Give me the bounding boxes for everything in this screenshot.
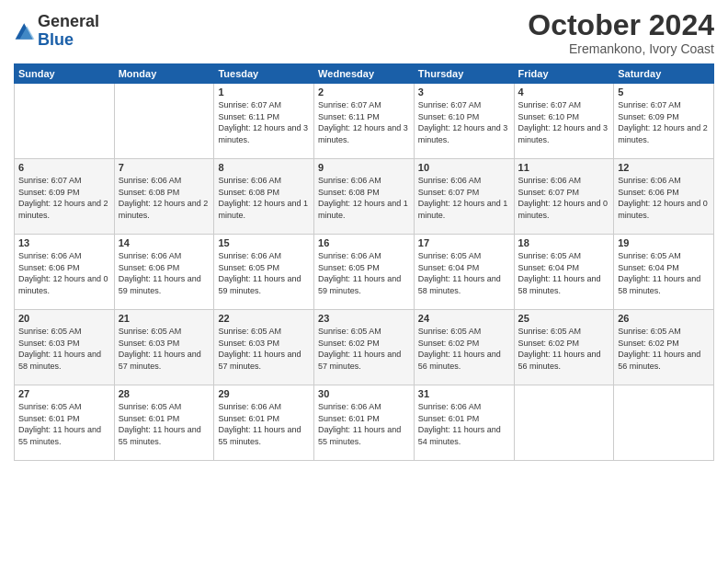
logo-general: General [38, 12, 99, 30]
day-cell: 5Sunrise: 6:07 AM Sunset: 6:09 PM Daylig… [614, 84, 714, 159]
day-cell: 23Sunrise: 6:05 AM Sunset: 6:02 PM Dayli… [314, 310, 415, 385]
week-row-3: 13Sunrise: 6:06 AM Sunset: 6:06 PM Dayli… [15, 235, 714, 310]
day-info: Sunrise: 6:05 AM Sunset: 6:01 PM Dayligh… [119, 401, 210, 447]
day-cell: 12Sunrise: 6:06 AM Sunset: 6:06 PM Dayli… [614, 159, 714, 235]
day-cell: 30Sunrise: 6:06 AM Sunset: 6:01 PM Dayli… [314, 385, 415, 461]
day-number: 4 [518, 86, 610, 98]
header-cell-friday: Friday [514, 64, 614, 84]
day-info: Sunrise: 6:06 AM Sunset: 6:08 PM Dayligh… [218, 175, 310, 221]
day-number: 14 [119, 237, 210, 248]
week-row-5: 27Sunrise: 6:05 AM Sunset: 6:01 PM Dayli… [15, 385, 714, 461]
day-info: Sunrise: 6:06 AM Sunset: 6:05 PM Dayligh… [218, 250, 310, 296]
day-info: Sunrise: 6:05 AM Sunset: 6:03 PM Dayligh… [119, 326, 210, 372]
day-number: 13 [18, 237, 110, 248]
day-cell: 14Sunrise: 6:06 AM Sunset: 6:06 PM Dayli… [114, 235, 214, 310]
header-cell-saturday: Saturday [614, 64, 714, 84]
day-cell: 16Sunrise: 6:06 AM Sunset: 6:05 PM Dayli… [314, 235, 415, 310]
day-info: Sunrise: 6:05 AM Sunset: 6:02 PM Dayligh… [618, 326, 710, 372]
day-info: Sunrise: 6:05 AM Sunset: 6:03 PM Dayligh… [218, 326, 310, 372]
header-cell-sunday: Sunday [15, 64, 115, 84]
day-info: Sunrise: 6:06 AM Sunset: 6:01 PM Dayligh… [318, 401, 410, 447]
day-cell: 3Sunrise: 6:07 AM Sunset: 6:10 PM Daylig… [414, 84, 514, 159]
day-number: 22 [218, 313, 310, 324]
day-info: Sunrise: 6:07 AM Sunset: 6:09 PM Dayligh… [18, 175, 110, 221]
day-cell: 20Sunrise: 6:05 AM Sunset: 6:03 PM Dayli… [15, 310, 115, 385]
day-number: 10 [418, 162, 510, 173]
day-info: Sunrise: 6:05 AM Sunset: 6:01 PM Dayligh… [18, 401, 110, 447]
day-number: 8 [218, 162, 310, 173]
day-number: 26 [618, 313, 710, 324]
day-info: Sunrise: 6:07 AM Sunset: 6:10 PM Dayligh… [418, 99, 510, 145]
day-cell: 18Sunrise: 6:05 AM Sunset: 6:04 PM Dayli… [514, 235, 614, 310]
day-cell: 17Sunrise: 6:05 AM Sunset: 6:04 PM Dayli… [414, 235, 514, 310]
day-cell: 21Sunrise: 6:05 AM Sunset: 6:03 PM Dayli… [114, 310, 214, 385]
day-info: Sunrise: 6:07 AM Sunset: 6:11 PM Dayligh… [318, 99, 410, 145]
day-cell [614, 385, 714, 461]
day-number: 18 [518, 237, 610, 248]
day-number: 24 [418, 313, 510, 324]
day-number: 6 [18, 162, 110, 173]
week-row-2: 6Sunrise: 6:07 AM Sunset: 6:09 PM Daylig… [15, 159, 714, 235]
location-title: Eremankono, Ivory Coast [528, 41, 714, 56]
day-number: 11 [518, 162, 610, 173]
logo-blue: Blue [38, 30, 74, 49]
day-number: 16 [318, 237, 410, 248]
calendar-table: SundayMondayTuesdayWednesdayThursdayFrid… [14, 63, 714, 461]
day-cell: 9Sunrise: 6:06 AM Sunset: 6:08 PM Daylig… [314, 159, 415, 235]
day-number: 28 [119, 388, 210, 399]
day-cell: 31Sunrise: 6:06 AM Sunset: 6:01 PM Dayli… [414, 385, 514, 461]
day-cell: 10Sunrise: 6:06 AM Sunset: 6:07 PM Dayli… [414, 159, 514, 235]
day-info: Sunrise: 6:06 AM Sunset: 6:06 PM Dayligh… [18, 250, 110, 296]
day-cell: 1Sunrise: 6:07 AM Sunset: 6:11 PM Daylig… [214, 84, 314, 159]
day-info: Sunrise: 6:06 AM Sunset: 6:07 PM Dayligh… [418, 175, 510, 221]
day-number: 12 [618, 162, 710, 173]
day-cell: 27Sunrise: 6:05 AM Sunset: 6:01 PM Dayli… [15, 385, 115, 461]
logo-icon [14, 20, 36, 42]
day-cell: 26Sunrise: 6:05 AM Sunset: 6:02 PM Dayli… [614, 310, 714, 385]
day-info: Sunrise: 6:05 AM Sunset: 6:04 PM Dayligh… [618, 250, 710, 296]
day-number: 31 [418, 388, 510, 399]
day-number: 27 [18, 388, 110, 399]
day-cell: 8Sunrise: 6:06 AM Sunset: 6:08 PM Daylig… [214, 159, 314, 235]
day-cell: 28Sunrise: 6:05 AM Sunset: 6:01 PM Dayli… [114, 385, 214, 461]
header-cell-monday: Monday [114, 64, 214, 84]
day-info: Sunrise: 6:05 AM Sunset: 6:04 PM Dayligh… [518, 250, 610, 296]
day-number: 19 [618, 237, 710, 248]
day-info: Sunrise: 6:06 AM Sunset: 6:08 PM Dayligh… [119, 175, 210, 221]
day-cell: 15Sunrise: 6:06 AM Sunset: 6:05 PM Dayli… [214, 235, 314, 310]
day-number: 3 [418, 86, 510, 98]
day-number: 5 [618, 86, 710, 98]
calendar-page: General Blue October 2024 Eremankono, Iv… [0, 0, 728, 563]
day-number: 1 [218, 86, 310, 98]
day-info: Sunrise: 6:05 AM Sunset: 6:03 PM Dayligh… [18, 326, 110, 372]
day-info: Sunrise: 6:06 AM Sunset: 6:05 PM Dayligh… [318, 250, 410, 296]
day-info: Sunrise: 6:07 AM Sunset: 6:10 PM Dayligh… [518, 99, 610, 145]
day-info: Sunrise: 6:05 AM Sunset: 6:02 PM Dayligh… [518, 326, 610, 372]
day-number: 30 [318, 388, 410, 399]
day-number: 9 [318, 162, 410, 173]
day-cell: 7Sunrise: 6:06 AM Sunset: 6:08 PM Daylig… [114, 159, 214, 235]
header-row: SundayMondayTuesdayWednesdayThursdayFrid… [15, 64, 714, 84]
day-cell: 11Sunrise: 6:06 AM Sunset: 6:07 PM Dayli… [514, 159, 614, 235]
title-block: October 2024 Eremankono, Ivory Coast [528, 9, 714, 56]
day-number: 7 [119, 162, 210, 173]
day-number: 17 [418, 237, 510, 248]
day-cell [114, 84, 214, 159]
day-info: Sunrise: 6:05 AM Sunset: 6:04 PM Dayligh… [418, 250, 510, 296]
header-cell-wednesday: Wednesday [314, 64, 415, 84]
day-info: Sunrise: 6:06 AM Sunset: 6:01 PM Dayligh… [418, 401, 510, 447]
day-info: Sunrise: 6:07 AM Sunset: 6:09 PM Dayligh… [618, 99, 710, 145]
header: General Blue October 2024 Eremankono, Iv… [14, 9, 714, 56]
day-cell [514, 385, 614, 461]
day-number: 21 [119, 313, 210, 324]
day-info: Sunrise: 6:05 AM Sunset: 6:02 PM Dayligh… [318, 326, 410, 372]
header-cell-thursday: Thursday [414, 64, 514, 84]
logo: General Blue [14, 13, 99, 50]
day-info: Sunrise: 6:06 AM Sunset: 6:06 PM Dayligh… [119, 250, 210, 296]
header-cell-tuesday: Tuesday [214, 64, 314, 84]
week-row-1: 1Sunrise: 6:07 AM Sunset: 6:11 PM Daylig… [15, 84, 714, 159]
week-row-4: 20Sunrise: 6:05 AM Sunset: 6:03 PM Dayli… [15, 310, 714, 385]
day-number: 23 [318, 313, 410, 324]
day-info: Sunrise: 6:07 AM Sunset: 6:11 PM Dayligh… [218, 99, 310, 145]
day-info: Sunrise: 6:06 AM Sunset: 6:06 PM Dayligh… [618, 175, 710, 221]
